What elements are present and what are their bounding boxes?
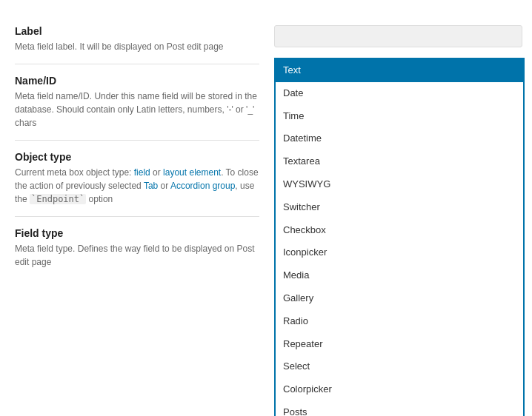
dropdown-list: TextDateTimeDatetimeTextareaWYSIWYGSwitc… bbox=[274, 58, 525, 416]
layout-element-link[interactable]: layout element bbox=[163, 167, 221, 178]
label-input[interactable] bbox=[274, 25, 522, 47]
field-type-dropdown-container: TextDateTimeDatetimeTextareaWYSIWYGSwitc… bbox=[274, 58, 525, 416]
fieldtype-field-title: Field type bbox=[15, 227, 259, 239]
accordion-link[interactable]: Accordion group bbox=[170, 181, 235, 191]
dropdown-item[interactable]: Checkbox bbox=[276, 219, 523, 242]
dropdown-item[interactable]: Switcher bbox=[276, 196, 523, 219]
objecttype-field-desc: Current meta box object type: field or l… bbox=[15, 166, 259, 206]
nameid-field-desc: Meta field name/ID. Under this name fiel… bbox=[15, 90, 259, 130]
objecttype-field-title: Object type bbox=[15, 151, 259, 163]
fieldtype-field-row: Field type Meta field type. Defines the … bbox=[15, 217, 259, 279]
field-link[interactable]: field bbox=[134, 167, 150, 178]
dropdown-item[interactable]: Text bbox=[276, 59, 523, 82]
endpoint-code: `Endpoint` bbox=[30, 194, 86, 204]
dropdown-item[interactable]: Radio bbox=[276, 310, 523, 333]
dropdown-item[interactable]: Datetime bbox=[276, 127, 523, 150]
objecttype-field-row: Object type Current meta box object type… bbox=[15, 141, 259, 217]
dropdown-item[interactable]: Textarea bbox=[276, 150, 523, 173]
left-panel: Label Meta field label. It will be displ… bbox=[0, 7, 274, 416]
label-field-title: Label bbox=[15, 25, 259, 37]
tab-link[interactable]: Tab bbox=[144, 181, 158, 191]
label-field-desc: Meta field label. It will be displayed o… bbox=[15, 40, 259, 53]
dropdown-item[interactable]: Iconpicker bbox=[276, 241, 523, 264]
right-panel: TextDateTimeDatetimeTextareaWYSIWYGSwitc… bbox=[274, 7, 532, 416]
nameid-field-title: Name/ID bbox=[15, 75, 259, 87]
dropdown-item[interactable]: Posts bbox=[276, 401, 523, 416]
page-container: Label Meta field label. It will be displ… bbox=[0, 0, 532, 416]
dropdown-item[interactable]: Gallery bbox=[276, 287, 523, 310]
fieldtype-field-desc: Meta field type. Defines the way field t… bbox=[15, 242, 259, 269]
dropdown-item[interactable]: WYSIWYG bbox=[276, 173, 523, 196]
dropdown-item[interactable]: Date bbox=[276, 82, 523, 105]
nameid-field-row: Name/ID Meta field name/ID. Under this n… bbox=[15, 64, 259, 141]
dropdown-item[interactable]: Colorpicker bbox=[276, 378, 523, 401]
dropdown-item[interactable]: Time bbox=[276, 105, 523, 128]
dropdown-item[interactable]: Media bbox=[276, 264, 523, 287]
dropdown-item[interactable]: Repeater bbox=[276, 333, 523, 356]
dropdown-item[interactable]: Select bbox=[276, 355, 523, 378]
label-field-row: Label Meta field label. It will be displ… bbox=[15, 15, 259, 64]
